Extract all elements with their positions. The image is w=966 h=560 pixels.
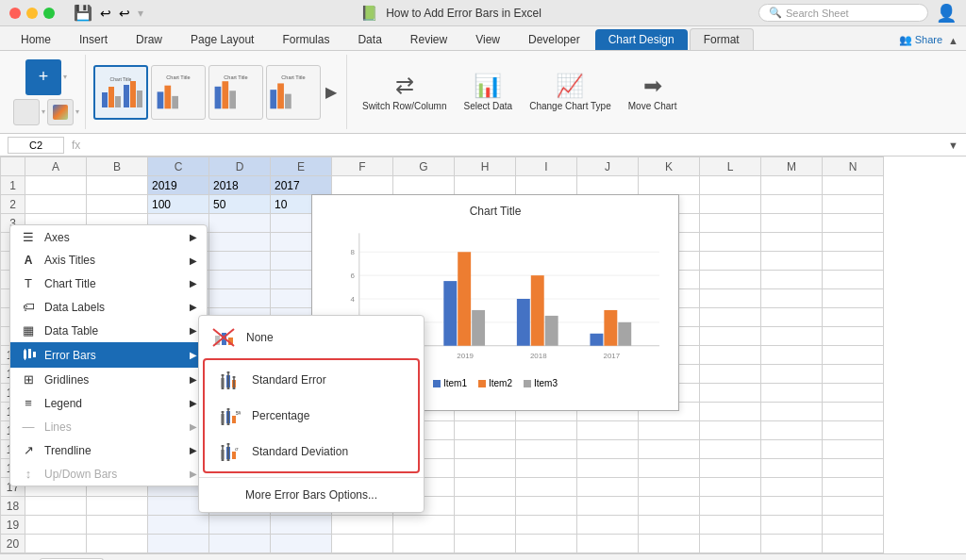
chart-style-4[interactable]: Chart Title (266, 65, 321, 120)
table-cell[interactable] (761, 195, 823, 214)
table-cell[interactable] (700, 346, 761, 365)
table-cell[interactable] (577, 516, 639, 535)
table-cell[interactable] (700, 440, 761, 459)
table-cell[interactable] (209, 214, 271, 233)
table-cell[interactable] (639, 478, 700, 497)
table-cell[interactable] (332, 516, 393, 535)
menu-item-trendline[interactable]: ↗ Trendline ▶ (10, 438, 207, 462)
table-cell[interactable] (332, 176, 393, 195)
table-cell[interactable] (823, 478, 884, 497)
table-cell[interactable] (455, 516, 516, 535)
menu-item-gridlines[interactable]: ⊞ Gridlines ▶ (10, 368, 207, 391)
table-cell[interactable] (87, 176, 148, 195)
tab-data[interactable]: Data (344, 29, 394, 50)
quick-layout-btn[interactable] (13, 99, 40, 125)
error-bars-percentage[interactable]: 5% Percentage (205, 398, 418, 434)
table-cell[interactable] (639, 421, 700, 440)
tab-format[interactable]: Format (690, 28, 754, 50)
chart-style-2[interactable]: Chart Title (151, 65, 206, 120)
table-cell[interactable] (332, 535, 393, 553)
table-cell[interactable] (761, 497, 823, 516)
table-cell[interactable] (209, 535, 271, 553)
table-cell[interactable] (700, 252, 761, 271)
table-cell[interactable] (700, 271, 761, 289)
table-cell[interactable] (393, 176, 455, 195)
table-cell[interactable] (455, 459, 516, 478)
table-cell[interactable]: 100 (148, 195, 209, 214)
table-cell[interactable] (761, 440, 823, 459)
table-cell[interactable]: 2017 (271, 176, 332, 195)
table-cell[interactable] (25, 516, 87, 535)
error-bars-standard-error[interactable]: Standard Error (205, 362, 418, 398)
table-cell[interactable] (577, 176, 639, 195)
tab-formulas[interactable]: Formulas (269, 29, 342, 50)
menu-item-axis-titles[interactable]: A Axis Titles ▶ (10, 249, 207, 272)
table-cell[interactable] (823, 384, 884, 403)
table-cell[interactable] (25, 535, 87, 553)
chart-style-1[interactable]: Chart Title (93, 65, 148, 120)
table-cell[interactable] (87, 195, 148, 214)
menu-item-error-bars[interactable]: Error Bars ▶ (10, 342, 207, 368)
minimize-button[interactable] (26, 8, 38, 19)
table-cell[interactable] (761, 535, 823, 553)
table-cell[interactable] (823, 440, 884, 459)
table-cell[interactable] (700, 308, 761, 327)
table-cell[interactable] (209, 233, 271, 252)
tab-view[interactable]: View (462, 29, 513, 50)
table-cell[interactable] (639, 516, 700, 535)
table-cell[interactable] (823, 195, 884, 214)
table-cell[interactable]: 2019 (148, 176, 209, 195)
table-cell[interactable] (209, 271, 271, 289)
ribbon-toggle[interactable]: ▼ (948, 140, 958, 151)
tab-insert[interactable]: Insert (66, 29, 121, 50)
table-cell[interactable] (639, 535, 700, 553)
move-chart-button[interactable]: ➡ Move Chart (621, 69, 685, 116)
table-cell[interactable] (25, 195, 87, 214)
user-icon[interactable]: 👤 (936, 3, 957, 24)
table-cell[interactable] (516, 440, 577, 459)
table-cell[interactable] (455, 497, 516, 516)
table-cell[interactable] (87, 535, 148, 553)
table-cell[interactable] (393, 535, 455, 553)
table-cell[interactable] (700, 289, 761, 308)
table-cell[interactable] (516, 176, 577, 195)
table-cell[interactable] (25, 176, 87, 195)
table-cell[interactable] (823, 308, 884, 327)
table-cell[interactable]: 2018 (209, 176, 271, 195)
chart-styles-more[interactable]: ▶ (324, 83, 339, 101)
table-cell[interactable] (700, 214, 761, 233)
chart-style-3[interactable]: Chart Title (208, 65, 263, 120)
table-cell[interactable] (823, 252, 884, 271)
table-cell[interactable] (761, 365, 823, 384)
share-button[interactable]: 👥 Share (899, 34, 942, 46)
more-error-bars-options[interactable]: More Error Bars Options... (199, 482, 424, 508)
table-cell[interactable] (209, 289, 271, 308)
table-cell[interactable] (761, 384, 823, 403)
tab-review[interactable]: Review (397, 29, 460, 50)
table-cell[interactable] (516, 421, 577, 440)
menu-item-legend[interactable]: ≡ Legend ▶ (10, 391, 207, 415)
cell-reference[interactable] (8, 137, 64, 154)
table-cell[interactable] (761, 252, 823, 271)
table-cell[interactable] (577, 421, 639, 440)
change-chart-type-button[interactable]: 📈 Change Chart Type (522, 69, 619, 116)
table-cell[interactable] (761, 233, 823, 252)
menu-item-data-table[interactable]: ▦ Data Table ▶ (10, 319, 207, 342)
table-cell[interactable] (761, 421, 823, 440)
table-cell[interactable] (639, 497, 700, 516)
table-cell[interactable] (700, 535, 761, 553)
table-cell[interactable] (823, 214, 884, 233)
menu-item-chart-title[interactable]: T Chart Title ▶ (10, 272, 207, 295)
table-cell[interactable] (761, 271, 823, 289)
table-cell[interactable] (700, 233, 761, 252)
switch-row-column-button[interactable]: ⇄ Switch Row/Column (355, 69, 454, 116)
table-cell[interactable] (516, 478, 577, 497)
redo-icon[interactable]: ↩ (119, 6, 130, 21)
table-cell[interactable] (700, 195, 761, 214)
menu-item-data-labels[interactable]: 🏷 Data Labels ▶ (10, 295, 207, 319)
table-cell[interactable] (823, 346, 884, 365)
table-cell[interactable] (516, 535, 577, 553)
table-cell[interactable] (455, 421, 516, 440)
table-cell[interactable] (761, 289, 823, 308)
table-cell[interactable] (823, 516, 884, 535)
